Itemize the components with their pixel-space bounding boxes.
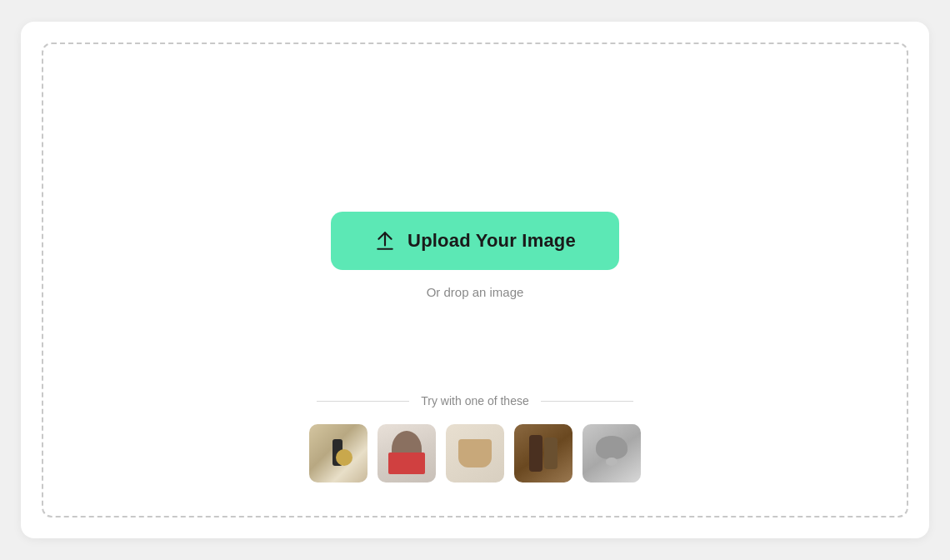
sample-image-3[interactable] xyxy=(446,424,504,482)
left-divider xyxy=(317,401,409,402)
upload-button-label: Upload Your Image xyxy=(408,230,576,252)
sample-images-row xyxy=(309,424,641,482)
upload-icon xyxy=(374,230,396,252)
sample-image-5[interactable] xyxy=(582,424,641,482)
main-card: Upload Your Image Or drop an image Try w… xyxy=(21,22,929,538)
drop-text: Or drop an image xyxy=(427,285,524,299)
right-divider xyxy=(541,401,633,402)
sample-image-4[interactable] xyxy=(514,424,572,482)
upload-section: Upload Your Image Or drop an image xyxy=(331,212,619,299)
try-label: Try with one of these xyxy=(421,394,528,408)
upload-button[interactable]: Upload Your Image xyxy=(331,212,619,270)
sample-image-2[interactable] xyxy=(378,424,436,482)
divider-row: Try with one of these xyxy=(317,394,633,408)
sample-image-1[interactable] xyxy=(309,424,368,482)
sample-section: Try with one of these xyxy=(43,394,907,482)
drop-zone[interactable]: Upload Your Image Or drop an image Try w… xyxy=(42,42,908,518)
